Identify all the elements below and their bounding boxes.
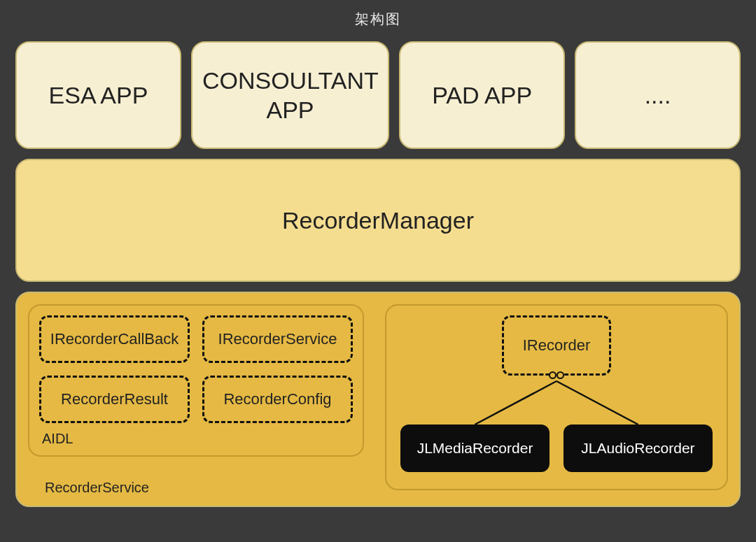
recorder-service-label: RecorderService bbox=[45, 480, 149, 496]
recorder-impl-group: IRecorder JLMediaRecorder JLAudioRecorde… bbox=[385, 304, 728, 490]
connector-lines bbox=[386, 376, 727, 425]
recorder-manager-box: RecorderManager bbox=[15, 159, 741, 282]
jlmediarecorder-box: JLMediaRecorder bbox=[400, 425, 550, 472]
recorder-service-box: IRecorderCallBack IRecorderService Recor… bbox=[15, 292, 741, 507]
aidl-recorder-config: RecorderConfig bbox=[202, 376, 353, 423]
jlaudiorecorder-box: JLAudioRecorder bbox=[564, 425, 713, 472]
aidl-irecorder-service: IRecorderService bbox=[202, 315, 353, 363]
app-consultant: CONSOULTANT APP bbox=[191, 41, 389, 149]
svg-line-0 bbox=[475, 381, 556, 425]
app-pad: PAD APP bbox=[399, 41, 565, 149]
recorder-manager-label: RecorderManager bbox=[282, 207, 474, 234]
irecorder-label: IRecorder bbox=[523, 336, 591, 355]
app-more: .... bbox=[575, 41, 741, 149]
aidl-recorder-result: RecorderResult bbox=[39, 376, 190, 423]
aidl-irecorder-callback: IRecorderCallBack bbox=[39, 315, 190, 363]
aidl-label: AIDL bbox=[42, 431, 73, 447]
aidl-box: IRecorderCallBack IRecorderService Recor… bbox=[28, 304, 364, 457]
app-esa: ESA APP bbox=[15, 41, 181, 149]
apps-row: ESA APP CONSOULTANT APP PAD APP .... bbox=[15, 41, 741, 149]
diagram-title: 架构图 bbox=[15, 0, 741, 41]
irecorder-interface: IRecorder bbox=[502, 315, 611, 376]
svg-line-1 bbox=[556, 381, 638, 425]
impl-row: JLMediaRecorder JLAudioRecorder bbox=[386, 425, 727, 472]
